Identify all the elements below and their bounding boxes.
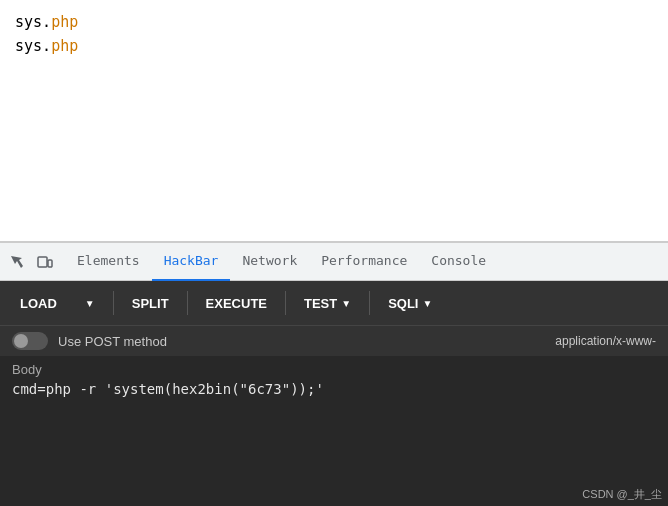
load-arrow-icon: ▼ <box>85 298 95 309</box>
tab-console[interactable]: Console <box>419 243 498 281</box>
toggle-left-section: Use POST method <box>12 332 167 350</box>
devtools-tab-bar: Elements HackBar Network Performance Con… <box>0 243 668 281</box>
split-button[interactable]: SPLIT <box>120 290 181 317</box>
toggle-label: Use POST method <box>58 334 167 349</box>
tab-performance[interactable]: Performance <box>309 243 419 281</box>
inspect-icon[interactable] <box>5 250 29 274</box>
body-content[interactable]: cmd=php -r 'system(hex2bin("6c73"));' <box>12 381 656 397</box>
sqli-arrow-icon: ▼ <box>422 298 432 309</box>
php-line-2: sys.php <box>15 34 653 58</box>
page-content: sys.php sys.php <box>0 0 668 242</box>
load-button[interactable]: LOAD <box>8 290 69 317</box>
tab-network[interactable]: Network <box>230 243 309 281</box>
toggle-row: Use POST method application/x-www- <box>0 325 668 356</box>
svg-rect-1 <box>48 260 52 267</box>
tab-hackbar[interactable]: HackBar <box>152 243 231 281</box>
divider-2 <box>187 291 188 315</box>
php-line-1: sys.php <box>15 10 653 34</box>
content-type-label: application/x-www- <box>555 334 656 348</box>
devtools-panel: Elements HackBar Network Performance Con… <box>0 242 668 506</box>
sqli-button[interactable]: SQLI ▼ <box>376 290 444 317</box>
svg-rect-0 <box>38 257 47 267</box>
php-prefix-1: sys. <box>15 13 51 31</box>
load-dropdown-button[interactable]: ▼ <box>73 292 107 315</box>
watermark: CSDN @_井_尘 <box>582 487 662 502</box>
divider-3 <box>285 291 286 315</box>
devtools-icon-buttons <box>5 250 57 274</box>
test-button[interactable]: TEST ▼ <box>292 290 363 317</box>
tab-elements[interactable]: Elements <box>65 243 152 281</box>
php-prefix-2: sys. <box>15 37 51 55</box>
php-keyword-1: php <box>51 13 78 31</box>
body-section: Body cmd=php -r 'system(hex2bin("6c73"))… <box>0 356 668 506</box>
device-icon[interactable] <box>33 250 57 274</box>
divider-4 <box>369 291 370 315</box>
execute-button[interactable]: EXECUTE <box>194 290 279 317</box>
hackbar-toolbar: LOAD ▼ SPLIT EXECUTE TEST ▼ SQLI ▼ <box>0 281 668 325</box>
php-keyword-2: php <box>51 37 78 55</box>
body-label: Body <box>12 362 656 377</box>
test-arrow-icon: ▼ <box>341 298 351 309</box>
divider-1 <box>113 291 114 315</box>
post-method-toggle[interactable] <box>12 332 48 350</box>
